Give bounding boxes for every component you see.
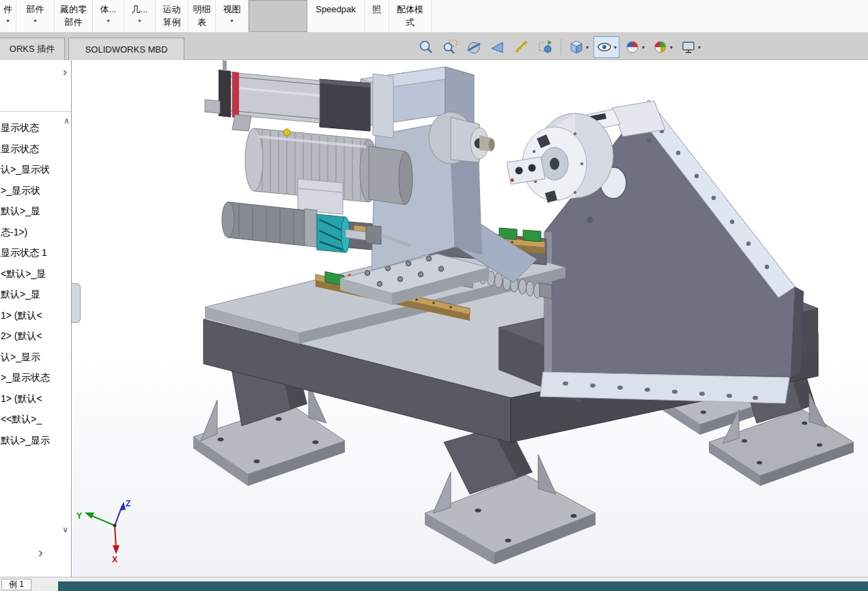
triad-z-label: Z [126, 499, 130, 508]
3d-model: Z Y X [72, 60, 868, 577]
view-settings-button[interactable]: ▾ [677, 36, 703, 58]
triad-y-label: Y [76, 511, 82, 521]
chevron-down-icon: ▾ [107, 17, 109, 25]
cm-group-large-assembly-mode[interactable]: 配体模 式 [389, 0, 432, 32]
chevron-down-icon: ▾ [33, 17, 36, 25]
chevron-down-icon: ▾ [6, 17, 9, 25]
view-wedge-button[interactable] [487, 36, 509, 58]
view-settings-icon [680, 39, 697, 55]
cm-group-hidden-components[interactable]: 藏的零 部件 [55, 0, 93, 32]
section-view-button[interactable] [463, 36, 485, 58]
chevron-down-icon: ▾ [698, 44, 701, 51]
tree-item[interactable]: 默认>_显示 [0, 430, 71, 451]
cm-group-reference-geometry[interactable]: 几... ▾ [124, 0, 156, 32]
tree-item[interactable]: 态-1>) [0, 222, 71, 243]
tree-item[interactable]: 默认>_显 [0, 201, 71, 222]
toolbar-separator [561, 39, 561, 55]
zoom-area-icon [442, 39, 458, 55]
tree-item[interactable]: >_显示状 [0, 180, 71, 201]
command-manager: 件 ▾ 部件 ▾ 藏的零 部件 体... ▾ 几... ▾ 运动 算例 明细 表… [0, 0, 868, 33]
tree-item[interactable]: <默认>_显 [0, 263, 71, 285]
cm-group-pressed-button[interactable] [249, 0, 307, 32]
cm-group-assembly-features[interactable]: 体... ▾ [93, 0, 124, 32]
feature-tree-panel: › 显示状态 显示状态 认>_显示状 >_显示状 默认>_显 态-1>) 显示状… [0, 60, 72, 577]
chevron-down-icon: ▾ [670, 44, 673, 51]
chevron-down-icon: ▾ [642, 44, 645, 51]
tree-item[interactable]: 认>_显示 [0, 347, 71, 368]
pneumatic-cylinder[interactable] [205, 60, 393, 138]
panel-splitter-handle[interactable] [72, 283, 81, 323]
cm-group-components[interactable]: 部件 ▾ [16, 0, 55, 32]
chevron-down-icon: ▾ [230, 17, 233, 25]
tree-item[interactable]: 2> (默认< [0, 326, 71, 347]
cm-group-insert-part[interactable]: 件 ▾ [0, 0, 16, 32]
edit-appearance-icon [624, 39, 641, 55]
panel-more-icon[interactable]: › [38, 545, 43, 560]
zoom-fit-button[interactable] [415, 36, 437, 58]
feature-tree-list: 显示状态 显示状态 认>_显示状 >_显示状 默认>_显 态-1>) 显示状态 … [0, 112, 71, 450]
motion-timeline-bar[interactable] [58, 581, 868, 591]
hide-show-items-icon [596, 39, 613, 55]
graphics-viewport[interactable]: Z Y X [72, 60, 868, 577]
view-orientation-icon [568, 39, 585, 55]
tree-item[interactable]: 1> (默认< [0, 388, 71, 409]
feature-tree-header: › [0, 60, 71, 112]
tree-item[interactable]: >_显示状态 [0, 367, 71, 388]
panel-expand-icon[interactable]: › [63, 66, 67, 78]
tree-item[interactable]: 认>_显示状 [0, 159, 71, 180]
apply-scene-icon [652, 39, 669, 55]
warning-label [283, 129, 290, 136]
cm-group-view[interactable]: 视图 ▾ [216, 0, 249, 32]
solidworks-window: 件 ▾ 部件 ▾ 藏的零 部件 体... ▾ 几... ▾ 运动 算例 明细 表… [0, 0, 868, 591]
measure-icon [514, 39, 530, 55]
chevron-down-icon: ▾ [614, 44, 617, 51]
motion-study-bar: 例 1 [0, 577, 868, 591]
chevron-down-icon: ▾ [586, 44, 589, 51]
tree-item[interactable]: 默认>_显 [0, 284, 71, 305]
tree-item[interactable]: 1> (默认< [0, 305, 71, 326]
motion-study-tab[interactable]: 例 1 [1, 579, 31, 590]
measure-button[interactable] [511, 36, 533, 58]
assembly-visualization-icon [537, 39, 554, 55]
zoom-fit-icon [418, 39, 434, 55]
section-view-icon [466, 39, 482, 55]
hide-show-items-button[interactable]: ▾ [593, 36, 619, 58]
zoom-area-button[interactable] [439, 36, 461, 58]
cm-group-bom[interactable]: 明细 表 [188, 0, 216, 32]
headsup-view-toolbar: ▾ ▾ ▾ ▾ [415, 35, 703, 59]
tree-item[interactable]: 显示状态 1 [0, 242, 71, 263]
tab-solidworks-mbd[interactable]: SOLIDWORKS MBD [68, 38, 184, 60]
scroll-down-icon[interactable]: ∨ [62, 525, 68, 534]
triad-x-label: X [112, 555, 117, 564]
cm-group-lighting[interactable]: 照 [365, 0, 389, 32]
view-wedge-icon [490, 39, 506, 55]
spindle[interactable] [429, 112, 495, 164]
cm-group-motion-study[interactable]: 运动 算例 [156, 0, 188, 32]
tab-solidworks-plugins[interactable]: ORKS 插件 [0, 38, 65, 60]
view-orientation-button[interactable]: ▾ [565, 36, 591, 58]
apply-scene-button[interactable]: ▾ [649, 36, 675, 58]
cm-group-speedpak[interactable]: Speedpak [307, 0, 365, 32]
tree-item[interactable]: 显示状态 [0, 139, 71, 160]
tree-item[interactable]: <<默认>_ [0, 409, 71, 430]
orientation-triad: Z Y X [76, 499, 130, 564]
scroll-up-icon[interactable]: ∧ [64, 116, 70, 126]
assembly-visualization-button[interactable] [535, 36, 557, 58]
tree-item[interactable]: 显示状态 [0, 117, 71, 139]
chevron-down-icon: ▾ [138, 17, 141, 25]
edit-appearance-button[interactable]: ▾ [621, 36, 647, 58]
